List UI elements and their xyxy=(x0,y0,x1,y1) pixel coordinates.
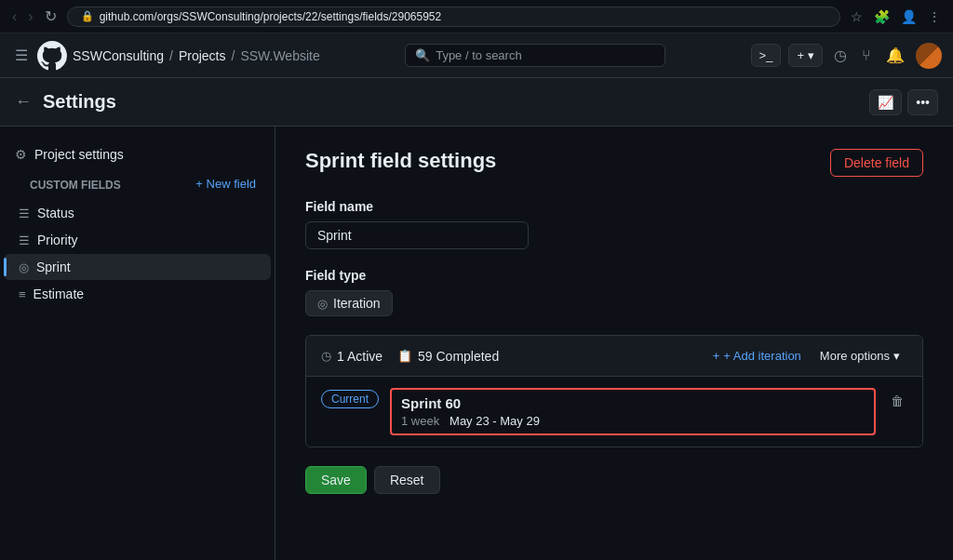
week-label: 1 week xyxy=(401,414,439,428)
notifications-button[interactable]: 🔔 xyxy=(882,43,908,68)
content-title: Sprint field settings xyxy=(305,149,496,173)
field-type-group: Field type ◎ Iteration xyxy=(305,268,923,316)
pr-icon: ⑂ xyxy=(862,47,871,63)
address-bar[interactable]: 🔒 github.com/orgs/SSWConsulting/projects… xyxy=(67,7,840,27)
iteration-type-icon: ◎ xyxy=(317,297,328,311)
create-button[interactable]: + ▾ xyxy=(788,44,823,67)
active-count: 1 Active xyxy=(337,349,383,364)
issues-button[interactable]: ◷ xyxy=(830,43,851,68)
sidebar-sprint-wrap: ◎ Sprint xyxy=(0,254,275,280)
save-button[interactable]: Save xyxy=(305,466,367,494)
content-header: Sprint field settings Delete field xyxy=(305,149,923,177)
browser-nav-buttons[interactable]: ‹ › ↻ xyxy=(7,6,61,27)
project-name-link[interactable]: SSW.Website xyxy=(240,48,319,63)
sprint-dates: 1 week May 23 - May 29 xyxy=(401,414,865,428)
breadcrumb: SSWConsulting / Projects / SSW.Website xyxy=(73,48,320,63)
active-iterations-stat: ◷ 1 Active xyxy=(321,349,383,364)
completed-count: 59 Completed xyxy=(418,349,499,364)
back-to-project-button[interactable]: ← xyxy=(15,92,32,112)
new-field-button[interactable]: + New field xyxy=(188,173,263,194)
current-badge: Current xyxy=(321,390,379,408)
sidebar-priority-wrap: ☰ Priority xyxy=(0,227,275,253)
search-input-wrap[interactable]: 🔍 Type / to search xyxy=(405,44,665,67)
search-bar[interactable]: 🔍 Type / to search xyxy=(328,44,744,67)
back-button[interactable]: ‹ xyxy=(7,6,21,27)
search-placeholder: Type / to search xyxy=(436,48,522,62)
terminal-button[interactable]: >_ xyxy=(751,44,782,67)
more-options-header-button[interactable]: ••• xyxy=(907,89,938,115)
url-bar: ‹ › ↻ 🔒 github.com/orgs/SSWConsulting/pr… xyxy=(0,0,953,33)
ellipsis-icon: ••• xyxy=(916,95,930,110)
sprint-delete-button[interactable]: 🗑 xyxy=(887,390,907,412)
priority-field-icon: ☰ xyxy=(19,233,30,247)
iterations-header: ◷ 1 Active 📋 59 Completed + + Add iterat… xyxy=(306,336,922,377)
forward-button[interactable]: › xyxy=(23,6,37,27)
breadcrumb-sep-1: / xyxy=(169,48,173,63)
plus-icon: + xyxy=(797,48,804,62)
sidebar-item-estimate-label: Estimate xyxy=(34,287,84,301)
estimate-field-icon: ≡ xyxy=(19,287,26,301)
iterations-header-actions: + + Add iteration More options ▾ xyxy=(705,345,907,367)
reset-button[interactable]: Reset xyxy=(374,466,440,494)
plus-add-icon: + xyxy=(713,349,720,363)
sidebar-item-status[interactable]: ☰ Status xyxy=(4,200,271,226)
hamburger-menu-button[interactable]: ☰ xyxy=(11,43,32,68)
github-logo-icon xyxy=(37,41,67,71)
delete-field-button[interactable]: Delete field xyxy=(830,149,923,177)
avatar[interactable] xyxy=(916,43,942,69)
more-options-button[interactable]: More options ▾ xyxy=(812,345,907,367)
terminal-icon: >_ xyxy=(759,48,773,62)
more-browser-options-button[interactable]: ⋮ xyxy=(923,7,946,26)
sidebar-item-status-label: Status xyxy=(37,206,74,220)
sidebar-estimate-wrap: ≡ Estimate xyxy=(0,281,275,307)
iterations-panel: ◷ 1 Active 📋 59 Completed + + Add iterat… xyxy=(305,335,923,447)
project-settings-label: Project settings xyxy=(34,147,124,162)
form-action-buttons: Save Reset xyxy=(305,466,923,494)
extensions-button[interactable]: 🧩 xyxy=(869,7,894,26)
sprint-info-box: Sprint 60 1 week May 23 - May 29 xyxy=(390,388,876,435)
top-bar-right: >_ + ▾ ◷ ⑂ 🔔 xyxy=(751,43,942,69)
sidebar-item-sprint-label: Sprint xyxy=(36,260,71,274)
field-type-label: Field type xyxy=(305,268,923,283)
date-range: May 23 - May 29 xyxy=(450,414,540,428)
sidebar-item-sprint[interactable]: ◎ Sprint xyxy=(4,254,271,280)
custom-fields-section-header: Custom fields + New field xyxy=(0,167,275,199)
page-title: Settings xyxy=(43,91,116,113)
sprint-list-item: Current Sprint 60 1 week May 23 - May 29… xyxy=(306,377,922,447)
sprint-name: Sprint 60 xyxy=(401,395,865,411)
org-link[interactable]: SSWConsulting xyxy=(73,48,164,63)
sidebar-status-wrap: ☰ Status xyxy=(0,200,275,226)
profile-button[interactable]: 👤 xyxy=(896,7,921,26)
header-bar: ← Settings 📈 ••• xyxy=(0,78,953,127)
add-iteration-button[interactable]: + + Add iteration xyxy=(705,345,809,367)
sprint-field-icon: ◎ xyxy=(19,260,29,274)
browser-action-buttons[interactable]: ☆ 🧩 👤 ⋮ xyxy=(846,7,946,26)
favicon-icon: 🔒 xyxy=(81,10,94,22)
field-name-input[interactable] xyxy=(305,221,529,249)
sidebar-item-project-settings[interactable]: ⚙ Project settings xyxy=(4,141,271,167)
search-icon: 🔍 xyxy=(415,48,430,62)
sidebar-item-estimate[interactable]: ≡ Estimate xyxy=(4,281,271,307)
content-area: Sprint field settings Delete field Field… xyxy=(275,127,953,560)
settings-icon: ⚙ xyxy=(15,147,27,162)
sidebar-item-priority-label: Priority xyxy=(37,233,78,247)
chart-button[interactable]: 📈 xyxy=(869,89,902,115)
main-layout: ⚙ Project settings Custom fields + New f… xyxy=(0,127,953,560)
top-navigation-bar: ☰ SSWConsulting / Projects / SSW.Website… xyxy=(0,33,953,78)
active-icon: ◷ xyxy=(321,349,331,363)
breadcrumb-sep-2: / xyxy=(232,48,235,63)
projects-link[interactable]: Projects xyxy=(179,48,226,63)
pullrequests-button[interactable]: ⑂ xyxy=(858,44,875,68)
trash-icon: 🗑 xyxy=(891,393,904,408)
top-bar-left: ☰ SSWConsulting / Projects / SSW.Website xyxy=(11,41,320,71)
header-right-actions: 📈 ••• xyxy=(869,89,938,115)
sidebar-item-priority[interactable]: ☰ Priority xyxy=(4,227,271,253)
issues-icon: ◷ xyxy=(834,47,847,63)
custom-fields-title: Custom fields xyxy=(15,171,136,195)
chevron-down-icon: ▾ xyxy=(893,349,900,363)
field-type-value: Iteration xyxy=(333,296,381,311)
add-iteration-label: + Add iteration xyxy=(723,349,800,363)
more-options-label: More options xyxy=(820,349,890,363)
refresh-button[interactable]: ↻ xyxy=(40,6,61,27)
bookmark-button[interactable]: ☆ xyxy=(846,7,867,26)
